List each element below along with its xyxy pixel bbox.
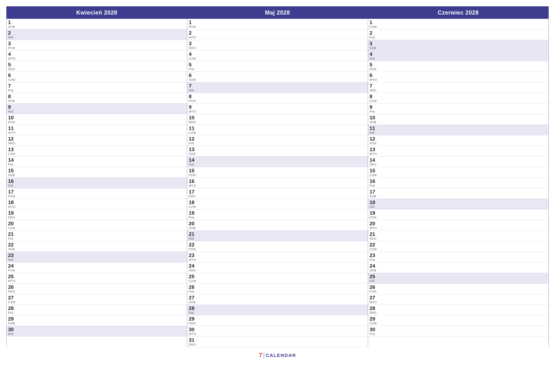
day-number: 18	[189, 200, 197, 205]
day-number: 24	[8, 263, 16, 268]
month-column-0: Kwiecień 20281SOB2NIE3PON4WTO5ŚRO6CZW7PI…	[7, 7, 187, 347]
day-number: 2	[8, 30, 16, 36]
day-info: 15PON	[189, 168, 197, 177]
day-info: 8CZW	[370, 94, 378, 103]
day-row: 14PIĄ	[7, 157, 187, 167]
day-number: 23	[370, 253, 378, 258]
day-name: WTO	[8, 131, 16, 135]
day-row: 9NIE	[7, 104, 187, 114]
day-name: CZW	[8, 226, 16, 230]
day-number: 4	[370, 51, 378, 57]
day-row: 31ŚRO	[187, 336, 368, 347]
day-row: 17ŚRO	[187, 188, 368, 199]
day-info: 12PON	[370, 136, 378, 145]
day-name: CZW	[189, 279, 197, 283]
day-name: CZW	[8, 78, 16, 82]
day-row: 22SOB	[7, 241, 187, 252]
day-name: PIĄ	[189, 67, 197, 71]
day-name: PON	[189, 99, 197, 103]
day-info: 21NIE	[189, 232, 197, 240]
day-name: ŚRO	[370, 237, 378, 240]
day-info: 1SOB	[8, 20, 16, 29]
day-number: 24	[189, 263, 197, 268]
day-number: 11	[189, 126, 197, 131]
day-number: 14	[370, 157, 378, 163]
day-row: 14ŚRO	[368, 157, 548, 167]
day-number: 9	[189, 105, 197, 110]
day-row: 24ŚRO	[187, 262, 368, 273]
day-row: 29CZW	[368, 315, 548, 326]
month-column-1: Maj 20281PON2WTO3ŚRO4CZW5PIĄ6SOB7NIE8PON…	[187, 7, 368, 347]
day-info: 14PIĄ	[8, 157, 16, 166]
day-info: 2PIĄ	[370, 30, 378, 39]
day-info: 30WTO	[189, 327, 197, 336]
day-info: 9WTO	[189, 105, 197, 113]
day-info: 6WTO	[370, 73, 378, 82]
day-name: NIE	[189, 237, 197, 240]
day-info: 24PON	[8, 263, 16, 272]
day-number: 7	[370, 83, 378, 88]
day-info: 13SOB	[189, 147, 197, 156]
day-info: 27WTO	[370, 295, 378, 304]
day-info: 19PIĄ	[189, 210, 197, 219]
day-row: 27SOB	[187, 294, 368, 305]
day-number: 20	[370, 221, 378, 226]
day-name: SOB	[8, 322, 16, 325]
day-name: NIE	[8, 332, 16, 336]
day-info: 22CZW	[370, 242, 378, 251]
day-name: WTO	[189, 36, 197, 39]
day-name: SOB	[8, 99, 16, 103]
day-row: 3PON	[7, 40, 187, 50]
day-row: 4CZW	[187, 50, 368, 61]
day-name: PON	[370, 67, 378, 71]
day-info: 17PON	[8, 189, 16, 198]
day-info: 29PON	[189, 316, 197, 325]
day-number: 3	[8, 41, 16, 46]
day-name: CZW	[370, 322, 378, 325]
day-row: 15SOB	[7, 167, 187, 178]
day-row: 27WTO	[368, 294, 548, 305]
day-info: 29SOB	[8, 316, 16, 325]
day-row: 7ŚRO	[368, 82, 548, 93]
day-name: CZW	[370, 25, 378, 29]
day-info: 4CZW	[189, 51, 197, 60]
day-number: 25	[8, 274, 16, 279]
day-row: 18CZW	[187, 199, 368, 209]
day-number: 15	[8, 168, 16, 173]
day-info: 16PIĄ	[370, 179, 378, 187]
day-info: 23NIE	[8, 253, 16, 262]
day-row: 19PIĄ	[187, 209, 368, 220]
day-info: 3SOB	[370, 41, 378, 50]
footer-calendar-text: CALENDAR	[266, 353, 296, 358]
day-row: 25WTO	[7, 273, 187, 284]
day-row: 12PIĄ	[187, 135, 368, 146]
day-info: 5PON	[370, 62, 378, 71]
day-number: 8	[189, 94, 197, 99]
day-number: 4	[189, 51, 197, 57]
day-number: 14	[189, 157, 197, 163]
day-info: 16WTO	[189, 179, 197, 187]
day-number: 18	[8, 200, 16, 205]
day-info: 7ŚRO	[370, 83, 378, 92]
day-row: 1PON	[187, 19, 368, 29]
day-info: 25CZW	[189, 274, 197, 283]
day-name: WTO	[8, 279, 16, 283]
day-number: 8	[8, 94, 16, 99]
day-row: 13WTO	[368, 146, 548, 157]
day-row: 6SOB	[187, 72, 368, 82]
day-name: PIĄ	[370, 184, 378, 187]
day-row: 30NIE	[7, 326, 187, 336]
day-name: SOB	[189, 152, 197, 156]
day-row: 5PIĄ	[187, 61, 368, 72]
day-name: WTO	[189, 332, 197, 336]
day-number: 12	[370, 136, 378, 141]
day-info: 1PON	[189, 20, 197, 29]
day-number: 22	[189, 242, 197, 247]
day-info: 25NIE	[370, 274, 378, 283]
day-number: 27	[189, 295, 197, 300]
day-number: 21	[8, 232, 16, 237]
day-name: PIĄ	[8, 89, 16, 92]
day-info: 18WTO	[8, 200, 16, 209]
day-row: 3ŚRO	[187, 40, 368, 50]
day-name: NIE	[8, 36, 16, 39]
